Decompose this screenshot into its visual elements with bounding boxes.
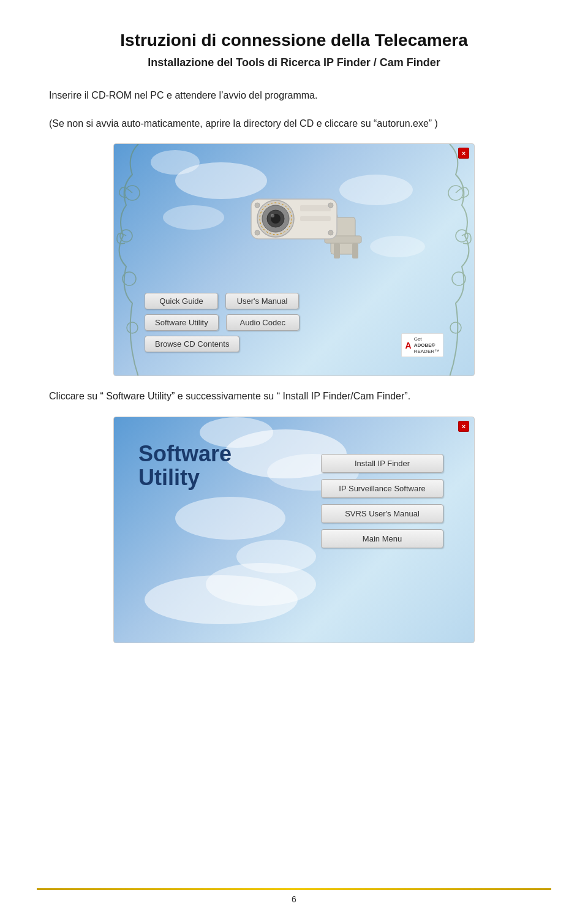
- svg-rect-10: [334, 243, 340, 258]
- svrs-manual-button[interactable]: SVRS User's Manual: [321, 504, 443, 523]
- adobe-icon: A: [405, 341, 412, 350]
- svg-point-18: [271, 214, 274, 217]
- sw-buttons-area: Install IP Finder IP Surveillance Softwa…: [321, 454, 443, 548]
- svg-point-25: [328, 230, 333, 235]
- page-number: 6: [292, 894, 296, 904]
- subtitle: Installazione del Tools di Ricerca IP Fi…: [49, 56, 539, 69]
- quick-guide-button[interactable]: Quick Guide: [145, 293, 218, 309]
- svg-rect-21: [300, 216, 331, 221]
- sw-title-line1: Software: [138, 442, 232, 466]
- close-icon-2[interactable]: ×: [458, 421, 469, 432]
- svg-point-22: [255, 203, 260, 208]
- menu-buttons-area: Quick Guide User's Manual Software Utili…: [145, 293, 443, 357]
- description-text: Cliccare su “ Software Utility” e succes…: [49, 388, 539, 404]
- browse-cd-button[interactable]: Browse CD Contents: [145, 336, 239, 352]
- ip-surveillance-button[interactable]: IP Surveillance Software: [321, 479, 443, 498]
- camera-image-area: [163, 150, 425, 285]
- svg-rect-20: [300, 205, 331, 211]
- page-number-area: 6: [0, 888, 588, 905]
- paragraph1: Inserire il CD-ROM nel PC e attendere l’…: [49, 88, 539, 104]
- install-ip-finder-button[interactable]: Install IP Finder: [321, 454, 443, 473]
- svg-point-23: [255, 230, 260, 235]
- main-title: Istruzioni di connessione della Telecame…: [49, 31, 539, 50]
- svg-point-3: [127, 322, 138, 333]
- audio-codec-button[interactable]: Audio Codec: [226, 314, 300, 331]
- page-number-line: [37, 888, 551, 890]
- screenshot2-container: × Software Utility Install IP Finder IP …: [113, 417, 475, 643]
- close-icon[interactable]: ×: [458, 148, 469, 159]
- menu-row-3: Browse CD Contents: [145, 336, 443, 352]
- users-manual-button[interactable]: User's Manual: [225, 293, 299, 309]
- adobe-reader-badge: A GetADOBE®READER™: [401, 333, 443, 357]
- adobe-text: GetADOBE®READER™: [414, 336, 439, 354]
- svg-point-24: [328, 203, 333, 208]
- menu-row-2: Software Utility Audio Codec: [145, 314, 443, 331]
- paragraph2: (Se non si avvia auto-maticamente, aprir…: [49, 116, 539, 132]
- main-menu-button[interactable]: Main Menu: [321, 529, 443, 548]
- sw-title-line2: Utility: [138, 466, 232, 490]
- svg-rect-11: [352, 243, 358, 258]
- page: Istruzioni di connessione della Telecame…: [0, 0, 588, 917]
- screenshot1-container: ×: [113, 143, 475, 376]
- menu-row-1: Quick Guide User's Manual: [145, 293, 443, 309]
- svg-point-7: [450, 322, 461, 333]
- software-utility-button[interactable]: Software Utility: [145, 314, 219, 331]
- software-utility-title: Software Utility: [138, 442, 232, 490]
- camera-svg: [202, 156, 386, 279]
